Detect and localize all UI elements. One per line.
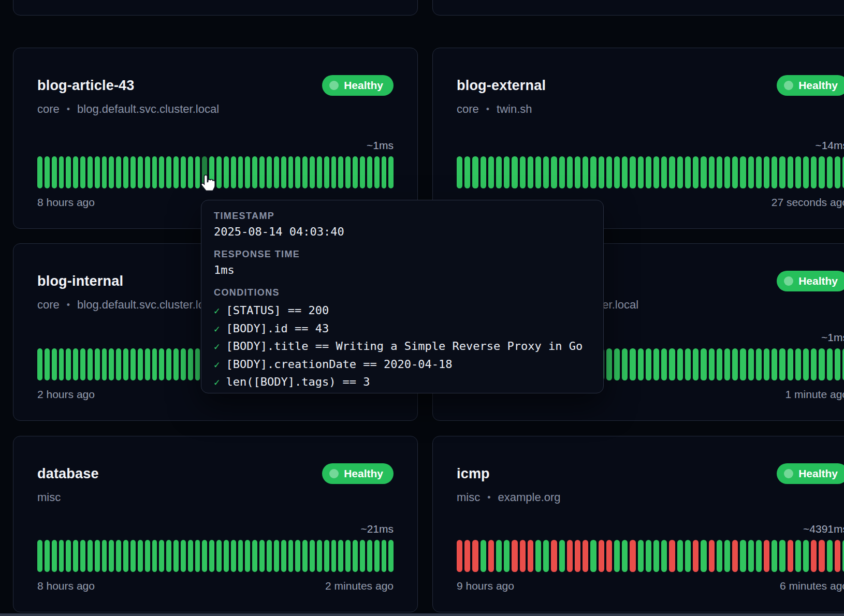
uptime-bar-success[interactable] xyxy=(685,540,691,572)
uptime-bar-success[interactable] xyxy=(45,540,50,572)
uptime-bar-success[interactable] xyxy=(583,156,588,188)
uptime-bar-success[interactable] xyxy=(795,348,801,380)
uptime-bar-success[interactable] xyxy=(653,540,659,572)
uptime-bar-success[interactable] xyxy=(388,540,394,572)
uptime-bar-success[interactable] xyxy=(740,348,746,380)
uptime-bar-failure[interactable] xyxy=(488,540,494,572)
uptime-bar-success[interactable] xyxy=(677,348,683,380)
uptime-bar-success[interactable] xyxy=(130,540,136,572)
uptime-bar-failure[interactable] xyxy=(457,540,462,572)
uptime-bar-success[interactable] xyxy=(216,540,222,572)
uptime-bar-success[interactable] xyxy=(123,348,128,380)
uptime-bar-success[interactable] xyxy=(653,348,659,380)
uptime-bar-success[interactable] xyxy=(646,540,651,572)
uptime-bar-failure[interactable] xyxy=(606,540,612,572)
uptime-bar-success[interactable] xyxy=(638,348,644,380)
uptime-bar-success[interactable] xyxy=(274,540,279,572)
uptime-bar-failure[interactable] xyxy=(599,540,604,572)
uptime-bar-success[interactable] xyxy=(374,540,380,572)
uptime-bar-failure[interactable] xyxy=(819,540,824,572)
uptime-bar-success[interactable] xyxy=(622,156,628,188)
uptime-bar-success[interactable] xyxy=(166,540,171,572)
uptime-bar-failure[interactable] xyxy=(575,540,580,572)
uptime-bar-success[interactable] xyxy=(173,348,179,380)
uptime-bar-success[interactable] xyxy=(259,540,265,572)
uptime-bar-success[interactable] xyxy=(590,540,596,572)
uptime-bar-failure[interactable] xyxy=(709,540,715,572)
uptime-bar-failure[interactable] xyxy=(630,540,635,572)
uptime-bar-success[interactable] xyxy=(88,540,93,572)
uptime-bar-success[interactable] xyxy=(709,348,715,380)
uptime-bar-success[interactable] xyxy=(685,348,691,380)
uptime-bar-failure[interactable] xyxy=(764,540,769,572)
uptime-bar-success[interactable] xyxy=(130,156,136,188)
uptime-bar-success[interactable] xyxy=(353,540,358,572)
uptime-bar-success[interactable] xyxy=(701,348,706,380)
uptime-bar-success[interactable] xyxy=(748,348,754,380)
uptime-bar-success[interactable] xyxy=(130,348,136,380)
uptime-bar-success[interactable] xyxy=(138,540,143,572)
uptime-bar-success[interactable] xyxy=(138,156,143,188)
uptime-bar-success[interactable] xyxy=(102,156,107,188)
uptime-bar-success[interactable] xyxy=(374,156,380,188)
uptime-bar-success[interactable] xyxy=(288,540,294,572)
uptime-bar-success[interactable] xyxy=(646,156,651,188)
uptime-bar-success[interactable] xyxy=(109,156,114,188)
uptime-bar-success[interactable] xyxy=(173,540,179,572)
uptime-bar-success[interactable] xyxy=(102,348,107,380)
uptime-bar-success[interactable] xyxy=(764,156,769,188)
uptime-bar-success[interactable] xyxy=(732,348,738,380)
uptime-bar-failure[interactable] xyxy=(528,540,533,572)
uptime-bar-success[interactable] xyxy=(145,540,150,572)
uptime-bar-success[interactable] xyxy=(45,156,50,188)
uptime-bar-success[interactable] xyxy=(95,156,100,188)
uptime-bar-success[interactable] xyxy=(693,348,699,380)
uptime-bar-failure[interactable] xyxy=(835,540,840,572)
uptime-bar-success[interactable] xyxy=(209,540,214,572)
uptime-bar-success[interactable] xyxy=(267,156,272,188)
uptime-bar-success[interactable] xyxy=(638,156,644,188)
uptime-bar-success[interactable] xyxy=(52,156,57,188)
uptime-bar-success[interactable] xyxy=(116,540,121,572)
uptime-bar-failure[interactable] xyxy=(669,540,675,572)
uptime-bar-failure[interactable] xyxy=(464,540,470,572)
uptime-bar-success[interactable] xyxy=(701,156,706,188)
uptime-bar-success[interactable] xyxy=(512,156,517,188)
uptime-bar-success[interactable] xyxy=(188,348,193,380)
uptime-bar-success[interactable] xyxy=(599,156,604,188)
uptime-bar-success[interactable] xyxy=(779,540,785,572)
uptime-bar-success[interactable] xyxy=(145,348,150,380)
uptime-bar-success[interactable] xyxy=(80,156,85,188)
uptime-bar-success[interactable] xyxy=(252,156,257,188)
uptime-bar-success[interactable] xyxy=(245,156,250,188)
uptime-bar-success[interactable] xyxy=(622,540,628,572)
uptime-bar-success[interactable] xyxy=(693,156,699,188)
uptime-bar-success[interactable] xyxy=(302,156,308,188)
uptime-bar-success[interactable] xyxy=(274,156,279,188)
uptime-bar-success[interactable] xyxy=(630,156,635,188)
uptime-bar-success[interactable] xyxy=(245,540,250,572)
uptime-bar-success[interactable] xyxy=(181,348,186,380)
uptime-bar-success[interactable] xyxy=(472,156,478,188)
uptime-bar-success[interactable] xyxy=(382,540,387,572)
uptime-bar-success[interactable] xyxy=(788,156,793,188)
uptime-bar-success[interactable] xyxy=(772,348,777,380)
uptime-bar-success[interactable] xyxy=(195,540,200,572)
uptime-bar-success[interactable] xyxy=(748,540,754,572)
uptime-bar-success[interactable] xyxy=(331,540,337,572)
uptime-bar-success[interactable] xyxy=(360,540,365,572)
uptime-bar-success[interactable] xyxy=(152,348,157,380)
uptime-bar-success[interactable] xyxy=(520,156,526,188)
uptime-bar-success[interactable] xyxy=(231,156,236,188)
uptime-bar-success[interactable] xyxy=(717,156,722,188)
uptime-bar-success[interactable] xyxy=(224,156,229,188)
uptime-bar-success[interactable] xyxy=(195,348,200,380)
uptime-bar-success[interactable] xyxy=(73,156,78,188)
uptime-bar-success[interactable] xyxy=(772,156,777,188)
uptime-bar-success[interactable] xyxy=(661,156,667,188)
uptime-bar-success[interactable] xyxy=(188,540,193,572)
uptime-bar-success[interactable] xyxy=(152,156,157,188)
uptime-bar-success[interactable] xyxy=(803,540,809,572)
uptime-bar-success[interactable] xyxy=(252,540,257,572)
uptime-bar-success[interactable] xyxy=(37,156,42,188)
